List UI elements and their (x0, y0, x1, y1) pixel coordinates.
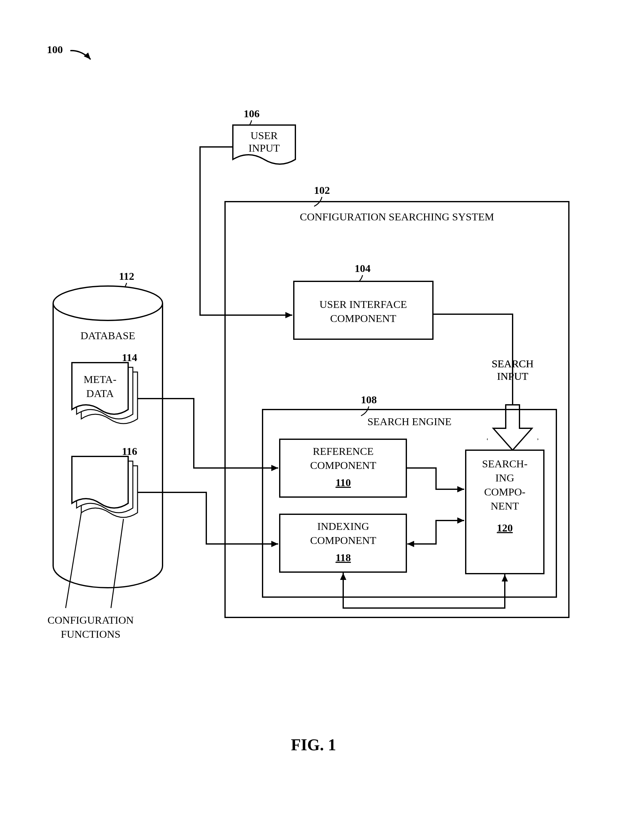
ui-component-box: 104 USER INTERFACE COMPONENT (294, 263, 433, 339)
indexing-component-box: INDEXING COMPONENT 118 (280, 514, 406, 572)
user-input-line2: INPUT (249, 142, 280, 154)
config-functions-label-line1: CONFIGURATION (47, 614, 134, 626)
figure-title: FIG. 1 (291, 736, 336, 754)
user-input-ref: 106 (244, 108, 260, 120)
indexing-component-line2: COMPONENT (310, 534, 377, 546)
user-input-doc: 106 USER INPUT (233, 108, 295, 164)
system-ref-label: 100 (47, 44, 63, 55)
user-input-line1: USER (250, 130, 278, 141)
config-functions-docs: 116 (72, 446, 137, 517)
reference-component-box: REFERENCE COMPONENT 110 (280, 439, 406, 497)
config-system-title: CONFIGURATION SEARCHING SYSTEM (300, 211, 494, 222)
searching-component-line2: ING (495, 472, 514, 484)
svg-rect-1 (294, 281, 433, 339)
ui-component-line2: COMPONENT (330, 313, 396, 324)
config-system-ref: 102 (314, 184, 330, 196)
search-engine-title: SEARCH ENGINE (367, 416, 451, 427)
ui-component-ref: 104 (355, 263, 371, 274)
search-engine-ref: 108 (361, 394, 377, 405)
connector-userinput-to-ui (200, 147, 292, 318)
connector-index-search (407, 517, 464, 547)
system-ref-group: 100 (47, 44, 91, 59)
searching-component-line3: COMPO- (484, 486, 525, 498)
searching-component-line4: NENT (491, 500, 519, 512)
reference-component-ref: 110 (336, 477, 351, 488)
metadata-line2: DATA (86, 388, 114, 399)
svg-text:INPUT: INPUT (497, 370, 528, 382)
config-functions-ref: 116 (122, 446, 137, 457)
reference-component-line1: REFERENCE (313, 446, 374, 457)
svg-point-10 (53, 286, 162, 320)
diagram-canvas: 100 106 USER INPUT 102 CONFIGURATION SEA… (0, 0, 627, 840)
searching-component-ref: 120 (497, 522, 513, 534)
metadata-docs: 114 META- DATA (72, 352, 137, 424)
config-functions-label-line2: FUNCTIONS (61, 628, 121, 640)
reference-component-line2: COMPONENT (310, 460, 377, 471)
searching-component-box: SEARCH- ING COMPO- NENT 120 (466, 450, 544, 574)
svg-text:SEARCH: SEARCH (492, 358, 534, 369)
connector-bottom-loop (340, 572, 508, 608)
searching-component-line1: SEARCH- (482, 458, 527, 470)
ui-component-line1: USER INTERFACE (320, 299, 407, 310)
indexing-component-line1: INDEXING (317, 520, 369, 532)
metadata-ref: 114 (122, 352, 137, 363)
indexing-component-ref: 118 (336, 552, 351, 563)
database-cylinder: 112 DATABASE (53, 270, 162, 588)
connector-ref-to-search (406, 468, 464, 492)
database-ref: 112 (119, 270, 134, 282)
database-title: DATABASE (80, 330, 135, 341)
hollow-arrow-down: SEARCH INPUT (433, 314, 537, 453)
metadata-line1: META- (84, 374, 117, 385)
